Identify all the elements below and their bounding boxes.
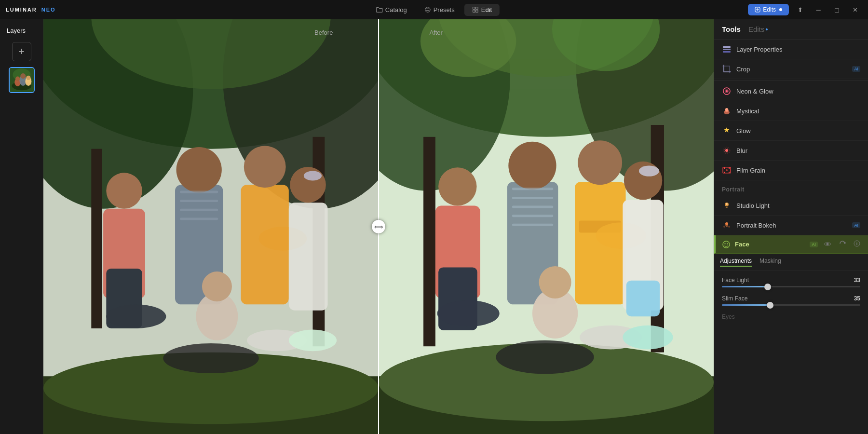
layer-thumb-svg xyxy=(10,67,34,93)
svg-point-110 xyxy=(724,243,725,244)
svg-point-85 xyxy=(623,326,673,350)
eyes-label-row: Eyes xyxy=(722,313,860,320)
svg-point-83 xyxy=(496,340,594,374)
slim-face-label-row: Slim Face 35 xyxy=(722,295,860,302)
blur-icon xyxy=(722,146,732,155)
svg-point-29 xyxy=(176,147,222,192)
adjustments-tab[interactable]: Adjustments xyxy=(720,258,752,267)
face-light-label-row: Face Light 33 xyxy=(722,277,860,284)
layer-thumbnail[interactable] xyxy=(9,67,35,93)
glow-icon xyxy=(722,126,732,136)
svg-rect-5 xyxy=(473,10,475,12)
reset-icon xyxy=(839,240,846,247)
after-half xyxy=(379,19,714,434)
svg-rect-88 xyxy=(723,51,731,53)
slim-face-fill xyxy=(722,304,770,306)
crop-item[interactable]: Crop AI xyxy=(714,59,868,79)
blur-item[interactable]: Blur xyxy=(714,141,868,161)
svg-point-73 xyxy=(539,266,571,298)
svg-rect-24 xyxy=(91,149,102,328)
logo-neo: NEO xyxy=(41,7,56,13)
svg-point-16 xyxy=(15,77,20,81)
portrait-bokeh-item[interactable]: Portrait Bokeh AI xyxy=(714,216,868,235)
face-reset-button[interactable] xyxy=(837,239,848,249)
share-button[interactable]: ⬆ xyxy=(793,4,807,15)
svg-point-103 xyxy=(726,169,728,171)
face-tool-label: Face xyxy=(735,241,806,248)
presets-tab[interactable]: Presets xyxy=(417,4,462,16)
masking-tab[interactable]: Masking xyxy=(760,258,781,267)
presets-icon xyxy=(424,6,431,13)
svg-rect-4 xyxy=(476,7,478,9)
maximize-button[interactable]: ◻ xyxy=(829,4,844,15)
face-light-track[interactable] xyxy=(722,286,860,287)
neon-glow-item[interactable]: Neon & Glow xyxy=(714,81,868,101)
sliders-area: Face Light 33 Slim Face 35 xyxy=(714,271,868,334)
film-grain-icon xyxy=(722,165,732,175)
neon-glow-icon xyxy=(722,86,732,96)
slim-face-label: Slim Face xyxy=(722,295,747,302)
studio-light-icon xyxy=(722,201,732,210)
layer-properties-item[interactable]: Layer Properties xyxy=(714,40,868,59)
divider-handle[interactable]: ⟺ xyxy=(372,220,385,233)
after-photo xyxy=(379,19,714,434)
add-layer-button[interactable]: + xyxy=(12,42,31,61)
svg-point-75 xyxy=(578,140,622,185)
face-light-label: Face Light xyxy=(722,277,749,284)
studio-light-item[interactable]: Studio Light xyxy=(714,196,868,216)
layer-thumb-preview xyxy=(10,68,34,92)
slim-face-slider-row: Slim Face 35 xyxy=(722,295,860,306)
slim-face-thumb[interactable] xyxy=(767,302,773,309)
face-visibility-button[interactable] xyxy=(822,239,833,249)
svg-rect-67 xyxy=(512,215,554,217)
svg-rect-31 xyxy=(180,200,218,202)
tools-tab[interactable]: Tools xyxy=(722,25,741,35)
svg-point-38 xyxy=(202,271,232,301)
extras-button[interactable]: Edits xyxy=(748,4,789,15)
logo-icon: LUMINAR NEO xyxy=(6,7,56,13)
slim-face-track[interactable] xyxy=(722,304,860,306)
glow-item[interactable]: Glow xyxy=(714,121,868,141)
edit-tab[interactable]: Edit xyxy=(464,4,500,16)
svg-rect-58 xyxy=(423,137,435,346)
studio-light-label: Studio Light xyxy=(736,202,860,209)
face-tool-header[interactable]: Face AI xyxy=(714,235,868,254)
svg-point-45 xyxy=(106,304,166,328)
titlebar-right: Edits ⬆ ─ ◻ ✕ xyxy=(748,4,862,15)
minimize-button[interactable]: ─ xyxy=(811,4,826,15)
svg-rect-3 xyxy=(473,7,475,9)
main-area: Layers + xyxy=(0,19,868,434)
crop-label: Crop xyxy=(736,66,847,73)
extras-dot xyxy=(779,8,782,11)
image-container[interactable]: ⟺ xyxy=(43,19,714,434)
face-light-thumb[interactable] xyxy=(764,284,771,290)
extras-label: Edits xyxy=(763,6,776,13)
svg-rect-6 xyxy=(476,10,478,12)
right-panel: Tools Edits Layer Properties Cr xyxy=(714,19,868,434)
catalog-tab[interactable]: Catalog xyxy=(368,4,415,16)
split-divider[interactable]: ⟺ xyxy=(378,19,379,434)
svg-point-82 xyxy=(437,300,500,327)
edit-label: Edit xyxy=(481,6,492,14)
film-grain-item[interactable]: Film Grain xyxy=(714,161,868,180)
catalog-label: Catalog xyxy=(385,6,407,14)
svg-rect-30 xyxy=(180,191,218,193)
portrait-section-header: Portrait xyxy=(714,180,868,196)
edits-tab[interactable]: Edits xyxy=(748,25,768,35)
mystical-item[interactable]: Mystical xyxy=(714,101,868,121)
svg-rect-81 xyxy=(626,281,660,316)
title-bar: LUMINAR NEO Catalog Presets Edit Edits ⬆… xyxy=(0,0,868,19)
svg-rect-87 xyxy=(723,49,731,50)
slim-face-value: 35 xyxy=(854,295,860,302)
face-icon xyxy=(721,240,731,249)
portrait-bokeh-icon xyxy=(722,220,732,230)
svg-point-105 xyxy=(726,203,728,205)
svg-rect-66 xyxy=(512,206,554,208)
close-button[interactable]: ✕ xyxy=(848,4,862,15)
layers-title: Layers xyxy=(0,27,26,34)
eyes-label: Eyes xyxy=(722,313,735,320)
face-info-button[interactable] xyxy=(852,239,862,249)
film-grain-label: Film Grain xyxy=(736,167,860,174)
presets-label: Presets xyxy=(434,6,455,14)
svg-point-108 xyxy=(728,226,730,228)
